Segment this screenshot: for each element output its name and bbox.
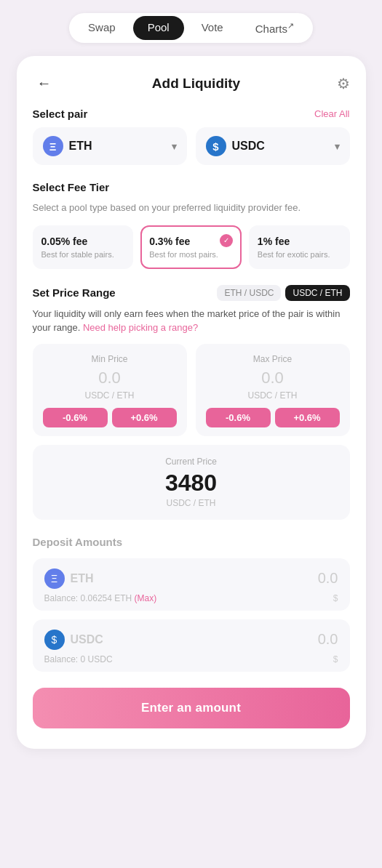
deposit-usdc-name: USDC <box>71 633 103 646</box>
min-price-label: Min Price <box>43 354 177 364</box>
need-help-link[interactable]: Need help picking a range? <box>83 322 198 333</box>
max-price-box: Max Price 0.0 USDC / ETH -0.6% +0.6% <box>196 344 350 436</box>
deposit-usdc-box: $ USDC 0.0 Balance: 0 USDC $ <box>33 619 350 672</box>
price-range-tabs: ETH / USDC USDC / ETH <box>217 285 349 301</box>
token2-chevron-icon: ▾ <box>335 141 340 152</box>
nav-pool[interactable]: Pool <box>133 16 184 40</box>
main-card: ← Add Liquidity ⚙ Select pair Clear All … <box>17 56 366 749</box>
min-price-value[interactable]: 0.0 <box>43 369 177 387</box>
deposit-eth-icon: Ξ <box>44 568 65 589</box>
deposit-usdc-token-info: $ USDC <box>44 630 103 650</box>
max-price-buttons: -0.6% +0.6% <box>206 408 340 427</box>
enter-amount-button[interactable]: Enter an amount <box>33 688 350 728</box>
deposit-eth-row: Ξ ETH 0.0 <box>44 568 338 589</box>
select-pair-label: Select pair <box>33 108 88 120</box>
tab-eth-usdc[interactable]: ETH / USDC <box>217 285 281 301</box>
current-price-value: 3480 <box>44 470 338 497</box>
fee-005-title: 0.05% fee <box>41 236 125 247</box>
max-price-value[interactable]: 0.0 <box>206 369 340 387</box>
fee-1-desc: Best for exotic pairs. <box>258 250 341 259</box>
settings-button[interactable]: ⚙ <box>337 75 350 92</box>
fee-005-desc: Best for stable pairs. <box>41 250 125 259</box>
current-price-box: Current Price 3480 USDC / ETH <box>33 445 350 520</box>
min-price-buttons: -0.6% +0.6% <box>43 408 177 427</box>
fee-tier-options: 0.05% fee Best for stable pairs. 0.3% fe… <box>33 225 350 269</box>
deposit-usdc-row: $ USDC 0.0 <box>44 630 338 650</box>
nav-swap[interactable]: Swap <box>73 16 130 40</box>
deposit-usdc-balance: Balance: 0 USDC <box>44 654 113 664</box>
token2-selector[interactable]: $ USDC ▾ <box>196 127 350 165</box>
current-price-label: Current Price <box>44 457 338 467</box>
min-price-plus-button[interactable]: +0.6% <box>112 408 177 427</box>
fee-03-desc: Best for most pairs. <box>149 250 233 259</box>
clear-all-button[interactable]: Clear All <box>314 108 349 119</box>
token2-name: USDC <box>232 140 265 153</box>
eth-icon: Ξ <box>43 136 63 156</box>
deposit-usdc-icon: $ <box>44 630 65 650</box>
fee-option-1[interactable]: 1% fee Best for exotic pairs. <box>249 225 350 269</box>
deposit-eth-token-info: Ξ ETH <box>44 568 94 589</box>
deposit-eth-dollar: $ <box>333 593 338 603</box>
token1-selector[interactable]: Ξ ETH ▾ <box>33 127 187 165</box>
current-price-unit: USDC / ETH <box>44 498 338 508</box>
tab-usdc-eth[interactable]: USDC / ETH <box>285 285 349 301</box>
deposit-usdc-amount[interactable]: 0.0 <box>318 631 338 648</box>
nav-vote[interactable]: Vote <box>187 16 238 40</box>
back-button[interactable]: ← <box>33 73 56 93</box>
deposit-eth-balance-row: Balance: 0.06254 ETH (Max) $ <box>44 593 338 603</box>
token1-name: ETH <box>69 140 92 153</box>
fee-tier-section-row: Select Fee Tier <box>33 181 350 193</box>
max-price-unit: USDC / ETH <box>206 390 340 401</box>
fee-1-title: 1% fee <box>258 236 341 247</box>
deposit-eth-balance: Balance: 0.06254 ETH (Max) <box>44 593 157 603</box>
fee-tier-label: Select Fee Tier <box>33 181 110 193</box>
price-boxes: Min Price 0.0 USDC / ETH -0.6% +0.6% Max… <box>33 344 350 436</box>
select-pair-row: Select pair Clear All <box>33 108 350 120</box>
pair-selector-row: Ξ ETH ▾ $ USDC ▾ <box>33 127 350 165</box>
deposit-eth-max-button[interactable]: (Max) <box>135 593 157 603</box>
deposit-eth-box: Ξ ETH 0.0 Balance: 0.06254 ETH (Max) $ <box>33 558 350 611</box>
nav-charts[interactable]: Charts <box>241 16 309 40</box>
min-price-minus-button[interactable]: -0.6% <box>43 408 108 427</box>
price-range-header: Set Price Range ETH / USDC USDC / ETH <box>33 285 350 301</box>
top-navigation: Swap Pool Vote Charts <box>69 13 313 43</box>
token1-chevron-icon: ▾ <box>172 141 177 152</box>
price-range-label: Set Price Range <box>33 286 116 299</box>
min-price-unit: USDC / ETH <box>43 390 177 401</box>
card-header: ← Add Liquidity ⚙ <box>33 73 350 93</box>
min-price-box: Min Price 0.0 USDC / ETH -0.6% +0.6% <box>33 344 187 436</box>
deposit-amounts-label: Deposit Amounts <box>33 536 350 548</box>
deposit-usdc-dollar: $ <box>333 654 338 664</box>
fee-option-005[interactable]: 0.05% fee Best for stable pairs. <box>33 225 134 269</box>
price-range-description: Your liquidity will only earn fees when … <box>33 307 350 335</box>
fee-option-03[interactable]: 0.3% fee Best for most pairs. ✓ <box>140 225 242 269</box>
page-title: Add Liquidity <box>152 76 240 92</box>
max-price-label: Max Price <box>206 354 340 364</box>
fee-selected-check-icon: ✓ <box>220 234 233 247</box>
deposit-eth-amount[interactable]: 0.0 <box>318 570 338 587</box>
max-price-plus-button[interactable]: +0.6% <box>275 408 340 427</box>
deposit-usdc-balance-row: Balance: 0 USDC $ <box>44 654 338 664</box>
max-price-minus-button[interactable]: -0.6% <box>206 408 271 427</box>
deposit-eth-name: ETH <box>71 572 94 585</box>
fee-tier-description: Select a pool type based on your preferr… <box>33 201 350 215</box>
usdc-icon: $ <box>206 136 226 156</box>
